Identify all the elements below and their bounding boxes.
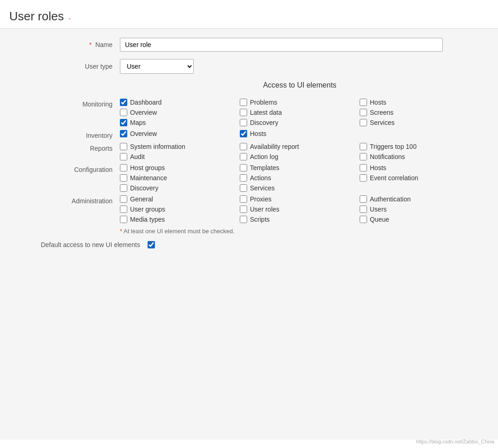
- checkbox-templates[interactable]: [240, 164, 247, 171]
- checkbox-label-problems[interactable]: Problems: [250, 99, 277, 106]
- checkbox-label-hosts_conf[interactable]: Hosts: [370, 164, 386, 171]
- checkbox-label-users[interactable]: Users: [370, 206, 387, 213]
- access-col-overview: Overview: [120, 109, 240, 116]
- user-type-select[interactable]: User Admin Super admin: [120, 59, 194, 74]
- checkbox-label-authentication[interactable]: Authentication: [370, 195, 411, 203]
- checkbox-services_mon[interactable]: [360, 119, 367, 126]
- checkbox-services_conf[interactable]: [240, 184, 247, 192]
- checkbox-label-scripts[interactable]: Scripts: [250, 216, 270, 223]
- checkbox-label-proxies[interactable]: Proxies: [250, 195, 272, 203]
- default-access-checkbox[interactable]: [148, 241, 155, 248]
- checkbox-label-services_conf[interactable]: Services: [250, 184, 275, 192]
- checkbox-label-media_types[interactable]: Media types: [130, 216, 165, 223]
- checkbox-label-latest_data[interactable]: Latest data: [250, 109, 282, 116]
- name-input[interactable]: [120, 38, 443, 52]
- checkbox-label-actions_conf[interactable]: Actions: [250, 174, 271, 182]
- checkbox-wrap-services_conf: Services: [240, 184, 275, 192]
- checkbox-label-discovery_conf[interactable]: Discovery: [130, 184, 158, 192]
- checkbox-overview[interactable]: [120, 109, 127, 116]
- checkbox-event_correlation[interactable]: [360, 174, 367, 182]
- checkbox-triggers_top100[interactable]: [360, 143, 367, 150]
- checkbox-label-host_groups[interactable]: Host groups: [130, 164, 165, 171]
- checkbox-label-action_log[interactable]: Action log: [250, 153, 278, 160]
- checkbox-label-templates[interactable]: Templates: [250, 164, 279, 171]
- checkbox-wrap-action_log: Action log: [240, 153, 278, 160]
- checkbox-label-overview[interactable]: Overview: [130, 109, 157, 116]
- checkbox-users[interactable]: [360, 206, 367, 213]
- checkbox-wrap-maps: Maps: [120, 119, 146, 126]
- checkbox-host_groups[interactable]: [120, 164, 127, 171]
- category-label-inventory: Inventory: [18, 130, 120, 139]
- checkbox-scripts[interactable]: [240, 216, 247, 223]
- checkbox-label-screens[interactable]: Screens: [370, 109, 393, 116]
- checkbox-label-user_groups[interactable]: User groups: [130, 206, 165, 213]
- checkbox-wrap-overview: Overview: [120, 109, 157, 116]
- checkbox-user_groups[interactable]: [120, 206, 127, 213]
- access-section-title: Access to UI elements: [18, 81, 480, 89]
- access-col-screens: Screens: [360, 109, 480, 116]
- user-type-label: User type: [18, 63, 120, 70]
- checkbox-wrap-overview_inv: Overview: [120, 130, 157, 137]
- access-col-audit: Audit: [120, 153, 240, 160]
- checkbox-wrap-hosts_mon: Hosts: [360, 99, 386, 106]
- checkbox-audit[interactable]: [120, 153, 127, 160]
- checkbox-general[interactable]: [120, 195, 127, 203]
- checkbox-hosts_conf[interactable]: [360, 164, 367, 171]
- checkbox-label-queue[interactable]: Queue: [370, 216, 389, 223]
- checkbox-dashboard[interactable]: [120, 99, 127, 106]
- checkbox-label-discovery_mon[interactable]: Discovery: [250, 119, 278, 126]
- checkbox-label-availability_report[interactable]: Availability report: [250, 143, 299, 150]
- checkbox-screens[interactable]: [360, 109, 367, 116]
- checkbox-media_types[interactable]: [120, 216, 127, 223]
- checkbox-discovery_conf[interactable]: [120, 184, 127, 192]
- checkbox-notifications[interactable]: [360, 153, 367, 160]
- checkbox-label-maps[interactable]: Maps: [130, 119, 146, 126]
- checkbox-label-user_roles[interactable]: User roles: [250, 206, 279, 213]
- checkbox-maps[interactable]: [120, 119, 127, 126]
- checkbox-system_info[interactable]: [120, 143, 127, 150]
- checkbox-problems[interactable]: [240, 99, 247, 106]
- note-text: * At least one UI element must be checke…: [120, 228, 235, 235]
- checkbox-wrap-hosts_conf: Hosts: [360, 164, 386, 171]
- access-row-inventory-0: OverviewHosts: [120, 130, 480, 137]
- checkbox-latest_data[interactable]: [240, 109, 247, 116]
- checkbox-label-maintenance[interactable]: Maintenance: [130, 174, 167, 182]
- checkbox-label-services_mon[interactable]: Services: [370, 119, 395, 126]
- checkbox-overview_inv[interactable]: [120, 130, 127, 137]
- access-col-user_groups: User groups: [120, 206, 240, 213]
- checkbox-label-notifications[interactable]: Notifications: [370, 153, 405, 160]
- checkbox-label-dashboard[interactable]: Dashboard: [130, 99, 162, 106]
- checkbox-hosts_inv[interactable]: [240, 130, 247, 137]
- access-col-host_groups: Host groups: [120, 164, 240, 171]
- access-row-reports-0: System informationAvailability reportTri…: [120, 143, 480, 150]
- checkbox-label-hosts_inv[interactable]: Hosts: [250, 130, 267, 137]
- checkbox-availability_report[interactable]: [240, 143, 247, 150]
- access-row-configuration-0: Host groupsTemplatesHosts: [120, 164, 480, 171]
- checkbox-hosts_mon[interactable]: [360, 99, 367, 106]
- note-body: At least one UI element must be checked.: [124, 228, 235, 235]
- access-row-configuration-2: DiscoveryServices: [120, 184, 480, 192]
- checkbox-label-hosts_mon[interactable]: Hosts: [370, 99, 386, 106]
- checkbox-user_roles[interactable]: [240, 206, 247, 213]
- checkbox-wrap-discovery_mon: Discovery: [240, 119, 278, 126]
- checkbox-label-general[interactable]: General: [130, 195, 153, 203]
- checkbox-wrap-screens: Screens: [360, 109, 393, 116]
- access-items-configuration: Host groupsTemplatesHostsMaintenanceActi…: [120, 164, 480, 192]
- checkbox-actions_conf[interactable]: [240, 174, 247, 182]
- checkbox-label-overview_inv[interactable]: Overview: [130, 130, 157, 137]
- checkbox-label-system_info[interactable]: System information: [130, 143, 185, 150]
- access-col-media_types: Media types: [120, 216, 240, 223]
- checkbox-discovery_mon[interactable]: [240, 119, 247, 126]
- checkbox-label-event_correlation[interactable]: Event correlation: [370, 174, 418, 182]
- access-row-administration-2: Media typesScriptsQueue: [120, 216, 480, 223]
- checkbox-maintenance[interactable]: [120, 174, 127, 182]
- checkbox-wrap-queue: Queue: [360, 216, 389, 223]
- checkbox-label-audit[interactable]: Audit: [130, 153, 145, 160]
- checkbox-authentication[interactable]: [360, 195, 367, 203]
- category-label-reports: Reports: [18, 143, 120, 160]
- checkbox-proxies[interactable]: [240, 195, 247, 203]
- access-col-latest_data: Latest data: [240, 109, 360, 116]
- checkbox-queue[interactable]: [360, 216, 367, 223]
- checkbox-label-triggers_top100[interactable]: Triggers top 100: [370, 143, 416, 150]
- checkbox-action_log[interactable]: [240, 153, 247, 160]
